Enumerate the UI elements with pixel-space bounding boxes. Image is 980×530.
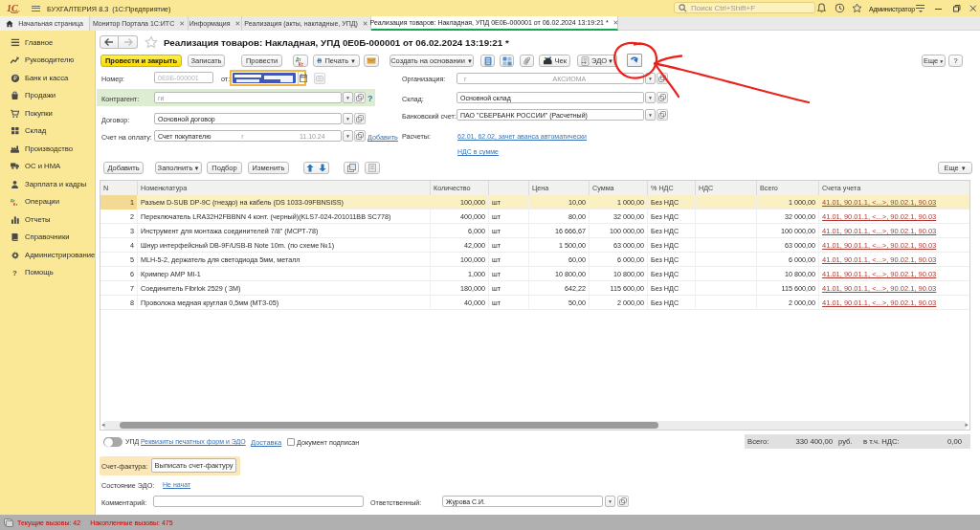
svg-text:1С: 1С xyxy=(7,3,18,13)
svg-text:Кт: Кт xyxy=(299,61,304,66)
svg-text:₽: ₽ xyxy=(13,74,17,80)
svg-text:Кт: Кт xyxy=(13,201,19,205)
